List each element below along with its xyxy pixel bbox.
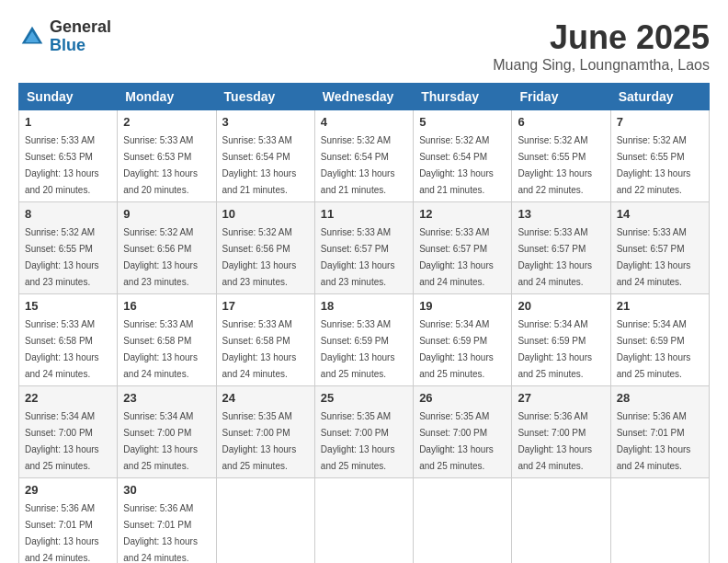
day-info: Sunrise: 5:36 AMSunset: 7:01 PMDaylight:… bbox=[123, 503, 198, 563]
day-info: Sunrise: 5:33 AMSunset: 6:58 PMDaylight:… bbox=[123, 319, 198, 379]
day-number: 28 bbox=[617, 391, 703, 405]
table-row: 21Sunrise: 5:34 AMSunset: 6:59 PMDayligh… bbox=[610, 294, 709, 386]
day-info: Sunrise: 5:34 AMSunset: 7:00 PMDaylight:… bbox=[123, 411, 198, 471]
table-row: 5Sunrise: 5:32 AMSunset: 6:54 PMDaylight… bbox=[414, 110, 512, 202]
day-number: 26 bbox=[419, 391, 506, 405]
col-thursday: Thursday bbox=[414, 84, 512, 110]
day-info: Sunrise: 5:32 AMSunset: 6:55 PMDaylight:… bbox=[25, 227, 99, 287]
logo-general: General bbox=[50, 18, 111, 37]
table-row: 9Sunrise: 5:32 AMSunset: 6:56 PMDaylight… bbox=[118, 202, 216, 294]
day-info: Sunrise: 5:35 AMSunset: 7:00 PMDaylight:… bbox=[419, 411, 494, 471]
col-saturday: Saturday bbox=[610, 84, 709, 110]
day-info: Sunrise: 5:32 AMSunset: 6:54 PMDaylight:… bbox=[419, 135, 494, 195]
table-row bbox=[216, 478, 314, 564]
day-number: 17 bbox=[222, 299, 309, 313]
day-number: 18 bbox=[321, 299, 407, 313]
calendar-subtitle: Muang Sing, Loungnamtha, Laos bbox=[493, 57, 710, 74]
table-row: 26Sunrise: 5:35 AMSunset: 7:00 PMDayligh… bbox=[414, 386, 512, 478]
table-row bbox=[414, 478, 512, 564]
day-number: 22 bbox=[25, 391, 111, 405]
day-number: 7 bbox=[617, 115, 703, 129]
day-number: 14 bbox=[617, 207, 703, 221]
day-number: 11 bbox=[321, 207, 407, 221]
day-number: 2 bbox=[123, 115, 210, 129]
table-row: 6Sunrise: 5:32 AMSunset: 6:55 PMDaylight… bbox=[512, 110, 610, 202]
day-number: 19 bbox=[419, 299, 506, 313]
day-number: 5 bbox=[419, 115, 506, 129]
calendar-header-row: Sunday Monday Tuesday Wednesday Thursday… bbox=[19, 84, 710, 110]
table-row: 15Sunrise: 5:33 AMSunset: 6:58 PMDayligh… bbox=[19, 294, 118, 386]
day-info: Sunrise: 5:36 AMSunset: 7:01 PMDaylight:… bbox=[617, 411, 691, 471]
day-number: 30 bbox=[123, 483, 210, 497]
table-row: 30Sunrise: 5:36 AMSunset: 7:01 PMDayligh… bbox=[118, 478, 216, 564]
day-info: Sunrise: 5:36 AMSunset: 7:00 PMDaylight:… bbox=[518, 411, 592, 471]
day-info: Sunrise: 5:32 AMSunset: 6:55 PMDaylight:… bbox=[518, 135, 592, 195]
day-number: 21 bbox=[617, 299, 703, 313]
logo-text: General Blue bbox=[50, 18, 111, 55]
day-number: 24 bbox=[222, 391, 309, 405]
calendar-title: June 2025 bbox=[493, 18, 710, 57]
table-row: 17Sunrise: 5:33 AMSunset: 6:58 PMDayligh… bbox=[216, 294, 314, 386]
col-monday: Monday bbox=[118, 84, 216, 110]
table-row: 20Sunrise: 5:34 AMSunset: 6:59 PMDayligh… bbox=[512, 294, 610, 386]
table-row: 11Sunrise: 5:33 AMSunset: 6:57 PMDayligh… bbox=[314, 202, 413, 294]
day-number: 3 bbox=[222, 115, 309, 129]
table-row: 14Sunrise: 5:33 AMSunset: 6:57 PMDayligh… bbox=[610, 202, 709, 294]
day-number: 13 bbox=[518, 207, 604, 221]
day-info: Sunrise: 5:36 AMSunset: 7:01 PMDaylight:… bbox=[25, 503, 99, 563]
day-number: 4 bbox=[321, 115, 407, 129]
table-row: 8Sunrise: 5:32 AMSunset: 6:55 PMDaylight… bbox=[19, 202, 118, 294]
table-row: 27Sunrise: 5:36 AMSunset: 7:00 PMDayligh… bbox=[512, 386, 610, 478]
table-row: 18Sunrise: 5:33 AMSunset: 6:59 PMDayligh… bbox=[314, 294, 413, 386]
day-number: 23 bbox=[123, 391, 210, 405]
table-row: 19Sunrise: 5:34 AMSunset: 6:59 PMDayligh… bbox=[414, 294, 512, 386]
table-row bbox=[610, 478, 709, 564]
day-info: Sunrise: 5:35 AMSunset: 7:00 PMDaylight:… bbox=[321, 411, 395, 471]
table-row: 25Sunrise: 5:35 AMSunset: 7:00 PMDayligh… bbox=[314, 386, 413, 478]
day-info: Sunrise: 5:34 AMSunset: 7:00 PMDaylight:… bbox=[25, 411, 99, 471]
table-row bbox=[512, 478, 610, 564]
title-area: June 2025 Muang Sing, Loungnamtha, Laos bbox=[493, 18, 710, 74]
day-number: 15 bbox=[25, 299, 111, 313]
day-info: Sunrise: 5:32 AMSunset: 6:54 PMDaylight:… bbox=[321, 135, 395, 195]
day-info: Sunrise: 5:33 AMSunset: 6:57 PMDaylight:… bbox=[518, 227, 592, 287]
day-number: 6 bbox=[518, 115, 604, 129]
col-tuesday: Tuesday bbox=[216, 84, 314, 110]
day-info: Sunrise: 5:33 AMSunset: 6:54 PMDaylight:… bbox=[222, 135, 297, 195]
day-number: 20 bbox=[518, 299, 604, 313]
table-row: 24Sunrise: 5:35 AMSunset: 7:00 PMDayligh… bbox=[216, 386, 314, 478]
table-row: 7Sunrise: 5:32 AMSunset: 6:55 PMDaylight… bbox=[610, 110, 709, 202]
day-number: 29 bbox=[25, 483, 111, 497]
page-header: General Blue June 2025 Muang Sing, Loung… bbox=[18, 18, 710, 74]
table-row: 2Sunrise: 5:33 AMSunset: 6:53 PMDaylight… bbox=[118, 110, 216, 202]
day-info: Sunrise: 5:34 AMSunset: 6:59 PMDaylight:… bbox=[419, 319, 494, 379]
table-row: 23Sunrise: 5:34 AMSunset: 7:00 PMDayligh… bbox=[118, 386, 216, 478]
day-info: Sunrise: 5:33 AMSunset: 6:57 PMDaylight:… bbox=[617, 227, 691, 287]
col-wednesday: Wednesday bbox=[314, 84, 413, 110]
day-info: Sunrise: 5:34 AMSunset: 6:59 PMDaylight:… bbox=[518, 319, 592, 379]
col-friday: Friday bbox=[512, 84, 610, 110]
day-number: 1 bbox=[25, 115, 111, 129]
day-number: 16 bbox=[123, 299, 210, 313]
logo: General Blue bbox=[18, 18, 111, 55]
day-info: Sunrise: 5:33 AMSunset: 6:53 PMDaylight:… bbox=[123, 135, 198, 195]
day-info: Sunrise: 5:33 AMSunset: 6:57 PMDaylight:… bbox=[321, 227, 395, 287]
day-info: Sunrise: 5:33 AMSunset: 6:58 PMDaylight:… bbox=[25, 319, 99, 379]
logo-blue: Blue bbox=[50, 37, 111, 55]
day-info: Sunrise: 5:35 AMSunset: 7:00 PMDaylight:… bbox=[222, 411, 297, 471]
table-row: 28Sunrise: 5:36 AMSunset: 7:01 PMDayligh… bbox=[610, 386, 709, 478]
day-info: Sunrise: 5:32 AMSunset: 6:56 PMDaylight:… bbox=[222, 227, 297, 287]
table-row: 22Sunrise: 5:34 AMSunset: 7:00 PMDayligh… bbox=[19, 386, 118, 478]
day-info: Sunrise: 5:32 AMSunset: 6:56 PMDaylight:… bbox=[123, 227, 198, 287]
day-info: Sunrise: 5:33 AMSunset: 6:57 PMDaylight:… bbox=[419, 227, 494, 287]
table-row: 10Sunrise: 5:32 AMSunset: 6:56 PMDayligh… bbox=[216, 202, 314, 294]
day-number: 10 bbox=[222, 207, 309, 221]
day-number: 9 bbox=[123, 207, 210, 221]
day-number: 25 bbox=[321, 391, 407, 405]
table-row: 29Sunrise: 5:36 AMSunset: 7:01 PMDayligh… bbox=[19, 478, 118, 564]
day-number: 8 bbox=[25, 207, 111, 221]
table-row: 13Sunrise: 5:33 AMSunset: 6:57 PMDayligh… bbox=[512, 202, 610, 294]
table-row: 16Sunrise: 5:33 AMSunset: 6:58 PMDayligh… bbox=[118, 294, 216, 386]
table-row: 12Sunrise: 5:33 AMSunset: 6:57 PMDayligh… bbox=[414, 202, 512, 294]
day-info: Sunrise: 5:33 AMSunset: 6:59 PMDaylight:… bbox=[321, 319, 395, 379]
